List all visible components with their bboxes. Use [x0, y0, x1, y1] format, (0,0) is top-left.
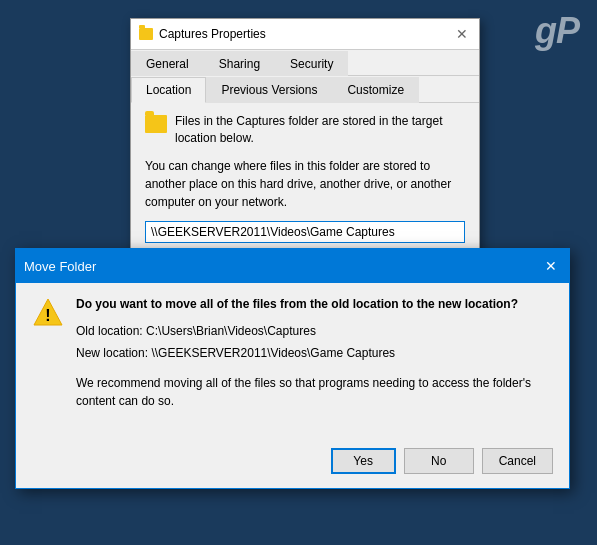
properties-title: Captures Properties: [159, 27, 266, 41]
info-box: Files in the Captures folder are stored …: [145, 113, 465, 147]
old-location-value: C:\Users\Brian\Videos\Captures: [146, 324, 316, 338]
move-title: Move Folder: [24, 259, 96, 274]
folder-icon: [139, 28, 153, 40]
tab-security[interactable]: Security: [275, 51, 348, 76]
warning-icon: !: [32, 297, 64, 329]
move-content: ! Do you want to move all of the files f…: [16, 283, 569, 438]
new-location-value: \\GEEKSERVER2011\Videos\Game Captures: [151, 346, 395, 360]
title-left: Captures Properties: [139, 27, 266, 41]
tabs-row-1: General Sharing Security: [131, 50, 479, 76]
move-cancel-button[interactable]: Cancel: [482, 448, 553, 474]
move-titlebar: Move Folder ✕: [16, 249, 569, 283]
tab-general[interactable]: General: [131, 51, 204, 76]
move-buttons: Yes No Cancel: [16, 438, 569, 488]
yes-button[interactable]: Yes: [331, 448, 396, 474]
properties-content: Files in the Captures folder are stored …: [131, 103, 479, 253]
path-input[interactable]: [145, 221, 465, 243]
tabs-row-2: Location Previous Versions Customize: [131, 76, 479, 103]
no-button[interactable]: No: [404, 448, 474, 474]
folder-icon-medium: [145, 115, 167, 133]
tab-sharing[interactable]: Sharing: [204, 51, 275, 76]
tab-previous-versions[interactable]: Previous Versions: [206, 77, 332, 103]
properties-titlebar: Captures Properties ✕: [131, 19, 479, 50]
properties-close-button[interactable]: ✕: [453, 25, 471, 43]
move-recommendation: We recommend moving all of the files so …: [76, 374, 553, 410]
move-icon-row: ! Do you want to move all of the files f…: [32, 297, 553, 410]
move-details: Old location: C:\Users\Brian\Videos\Capt…: [76, 321, 553, 364]
move-close-button[interactable]: ✕: [541, 256, 561, 276]
description-text: You can change where files in this folde…: [145, 157, 465, 211]
info-text: Files in the Captures folder are stored …: [175, 113, 465, 147]
move-question: Do you want to move all of the files fro…: [76, 297, 553, 311]
tab-location[interactable]: Location: [131, 77, 206, 103]
old-location-label: Old location:: [76, 324, 143, 338]
tab-customize[interactable]: Customize: [332, 77, 419, 103]
watermark: gP: [535, 10, 579, 52]
new-location-label: New location:: [76, 346, 148, 360]
move-text-block: Do you want to move all of the files fro…: [76, 297, 553, 410]
move-folder-dialog: Move Folder ✕ ! Do you want to move all …: [15, 248, 570, 489]
svg-text:!: !: [45, 307, 50, 324]
